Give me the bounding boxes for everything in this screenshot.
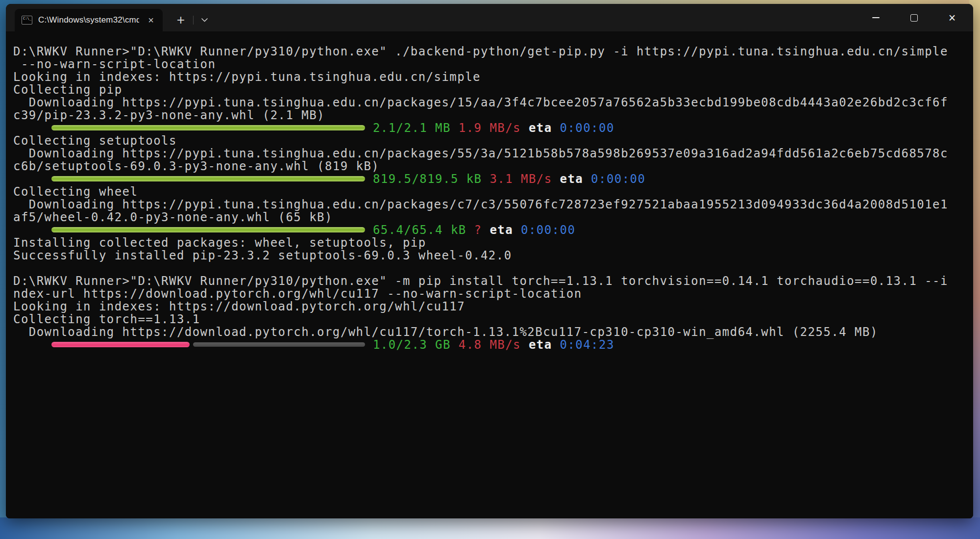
tab-dropdown-button[interactable] bbox=[195, 9, 214, 31]
terminal-line: Installing collected packages: wheel, se… bbox=[13, 236, 973, 249]
cmd-icon: C:\_ bbox=[22, 16, 32, 25]
close-icon: × bbox=[148, 15, 154, 26]
terminal-line: Downloading https://pypi.tuna.tsinghua.e… bbox=[13, 96, 973, 109]
terminal-window: C:\_ C:\Windows\system32\cmd.ex × + bbox=[6, 4, 973, 518]
terminal-line: Downloading https://download.pytorch.org… bbox=[13, 326, 973, 338]
terminal-line: D:\RWKV Runner>"D:\RWKV Runner/py310/pyt… bbox=[13, 45, 973, 58]
progress-bar bbox=[51, 227, 365, 232]
plus-icon: + bbox=[177, 12, 185, 27]
terminal-line: D:\RWKV Runner>"D:\RWKV Runner/py310/pyt… bbox=[13, 275, 973, 287]
progress-line: 65.4/65.4 kB ? eta 0:00:00 bbox=[13, 224, 973, 236]
desktop-background: { "window": { "tab": { "title": "C:\\Win… bbox=[0, 0, 980, 539]
terminal-line: c6b/setuptools-69.0.3-py3-none-any.whl (… bbox=[13, 160, 973, 173]
terminal-output[interactable]: D:\RWKV Runner>"D:\RWKV Runner/py310/pyt… bbox=[6, 31, 973, 518]
window-controls: × bbox=[857, 4, 971, 31]
terminal-line: c39/pip-23.3.2-py3-none-any.whl (2.1 MB) bbox=[13, 109, 973, 122]
terminal-line: Downloading https://pypi.tuna.tsinghua.e… bbox=[13, 147, 973, 160]
maximize-button[interactable] bbox=[895, 4, 933, 31]
titlebar[interactable]: C:\_ C:\Windows\system32\cmd.ex × + bbox=[6, 4, 973, 31]
terminal-line: Successfully installed pip-23.3.2 setupt… bbox=[13, 249, 973, 262]
tab-actions-divider bbox=[193, 16, 194, 25]
terminal-line: Collecting pip bbox=[13, 83, 973, 96]
terminal-line: --no-warn-script-location bbox=[13, 58, 973, 71]
minimize-icon bbox=[872, 17, 880, 18]
progress-bar bbox=[51, 176, 365, 181]
tab-cmd[interactable]: C:\_ C:\Windows\system32\cmd.ex × bbox=[15, 9, 163, 31]
new-tab-button[interactable]: + bbox=[170, 9, 192, 31]
close-button[interactable]: × bbox=[933, 4, 971, 31]
minimize-button[interactable] bbox=[857, 4, 895, 31]
tab-title: C:\Windows\system32\cmd.ex bbox=[38, 15, 139, 25]
terminal-line: Collecting setuptools bbox=[13, 134, 973, 147]
terminal-line bbox=[13, 262, 973, 275]
terminal-line: Collecting torch==1.13.1 bbox=[13, 313, 973, 326]
terminal-line: af5/wheel-0.42.0-py3-none-any.whl (65 kB… bbox=[13, 211, 973, 224]
progress-bar bbox=[51, 125, 365, 130]
terminal-line: Looking in indexes: https://pypi.tuna.ts… bbox=[13, 71, 973, 83]
terminal-line: Collecting wheel bbox=[13, 185, 973, 198]
progress-line: 1.0/2.3 GB 4.8 MB/s eta 0:04:23 bbox=[13, 338, 973, 351]
terminal-line: Downloading https://pypi.tuna.tsinghua.e… bbox=[13, 198, 973, 211]
progress-line: 819.5/819.5 kB 3.1 MB/s eta 0:00:00 bbox=[13, 173, 973, 185]
maximize-icon bbox=[910, 14, 918, 22]
progress-bar bbox=[51, 342, 365, 347]
close-icon: × bbox=[949, 12, 956, 24]
tab-close-button[interactable]: × bbox=[145, 15, 157, 25]
terminal-line: ndex-url https://download.pytorch.org/wh… bbox=[13, 287, 973, 300]
chevron-down-icon bbox=[201, 18, 208, 22]
tab-actions: + bbox=[170, 9, 214, 31]
terminal-line: Looking in indexes: https://download.pyt… bbox=[13, 300, 973, 313]
progress-line: 2.1/2.1 MB 1.9 MB/s eta 0:00:00 bbox=[13, 122, 973, 134]
